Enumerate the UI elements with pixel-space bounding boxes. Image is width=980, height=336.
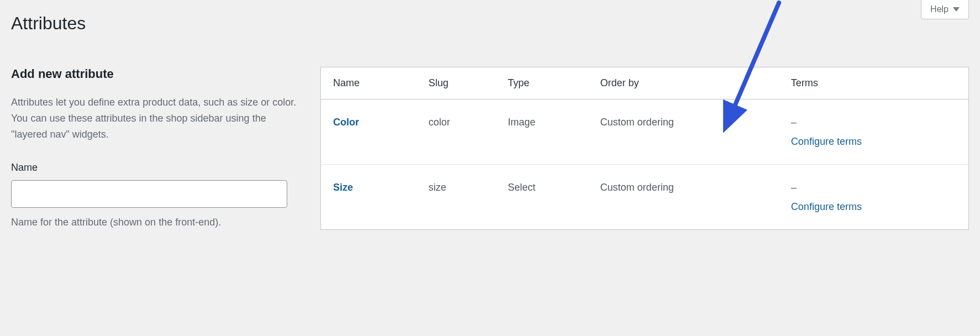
help-tab-button[interactable]: Help [921, 0, 969, 19]
col-header-order-by[interactable]: Order by [593, 67, 783, 99]
add-attribute-heading: Add new attribute [11, 67, 298, 81]
table-row: Color color Image Custom ordering – Conf… [321, 99, 969, 165]
table-row: Size size Select Custom ordering – Confi… [321, 165, 969, 230]
name-field-hint: Name for the attribute (shown on the fro… [11, 214, 298, 230]
chevron-down-icon [953, 7, 960, 12]
col-header-slug[interactable]: Slug [421, 67, 500, 99]
col-header-terms[interactable]: Terms [783, 67, 969, 99]
attribute-type: Image [500, 99, 592, 165]
attribute-order-by: Custom ordering [593, 165, 783, 230]
configure-terms-link[interactable]: Configure terms [791, 136, 862, 147]
attribute-name-link[interactable]: Color [333, 117, 359, 128]
name-input[interactable] [11, 180, 287, 208]
col-header-type[interactable]: Type [500, 67, 592, 99]
page-title: Attributes [11, 13, 969, 34]
attributes-table: Name Slug Type Order by Terms Color colo… [320, 67, 969, 230]
attribute-order-by: Custom ordering [593, 99, 783, 165]
terms-value: – [791, 179, 961, 196]
attribute-type: Select [500, 165, 592, 230]
attribute-slug: size [421, 165, 500, 230]
terms-value: – [791, 114, 961, 131]
help-label: Help [930, 4, 949, 14]
name-field-label: Name [11, 162, 298, 174]
add-attribute-form: Add new attribute Attributes let you def… [11, 67, 298, 230]
attribute-slug: color [421, 99, 500, 165]
attribute-name-link[interactable]: Size [333, 182, 353, 193]
add-attribute-description: Attributes let you define extra product … [11, 95, 298, 142]
configure-terms-link[interactable]: Configure terms [791, 201, 862, 212]
col-header-name[interactable]: Name [321, 67, 421, 99]
